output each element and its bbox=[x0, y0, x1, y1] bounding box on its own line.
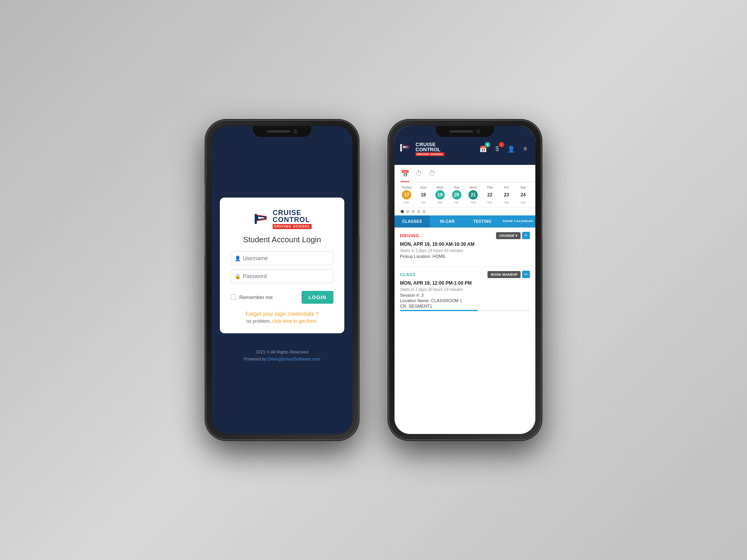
change-button[interactable]: CHANGE ▾ bbox=[496, 232, 521, 239]
cal-day-sun[interactable]: Sun 18 Apr bbox=[415, 186, 432, 204]
edit-button-driving[interactable]: ✏ bbox=[522, 232, 530, 239]
cal-day-today[interactable]: Today 17 Apr bbox=[398, 186, 415, 204]
alert-badge[interactable]: $ ! bbox=[492, 144, 503, 154]
cal-day-num-20: 20 bbox=[452, 190, 461, 200]
tab-classes[interactable]: CLASSES bbox=[395, 215, 430, 228]
cal-day-sat[interactable]: Sat 24 Apr bbox=[515, 186, 531, 204]
cal-month-22: Apr bbox=[487, 200, 493, 204]
cal-day-name-sun: Sun bbox=[420, 186, 427, 189]
cal-month-23: Apr bbox=[504, 200, 509, 204]
forgot-link[interactable]: click here to get them. bbox=[272, 318, 318, 324]
location-detail: Location Name: CLASSROOM 1 bbox=[400, 298, 530, 303]
dot-1 bbox=[401, 210, 404, 213]
session-value: 3 bbox=[421, 293, 423, 298]
app-logo-text: CRUISE CONTROL DRIVING SCHOOL bbox=[416, 142, 444, 156]
session-label: Session #: bbox=[400, 293, 420, 298]
username-input[interactable] bbox=[231, 251, 333, 265]
cal-month-17: Apr bbox=[404, 200, 409, 204]
cal-day-name-thu: Thu bbox=[487, 186, 493, 189]
calendar-week: Today 17 Apr Sun 18 Apr Mon 19 Apr bbox=[395, 182, 535, 208]
camera bbox=[293, 130, 297, 133]
class-event-subtitle: Starts in 1 days 20 hours 53 minutes bbox=[400, 287, 530, 292]
logo-text: CRUISE CONTROL DRIVING SCHOOL bbox=[273, 209, 312, 229]
cal-day-name-fri: Fri bbox=[504, 186, 509, 189]
alert-badge-count: ! bbox=[499, 142, 504, 147]
driving-event-subtitle: Starts in 1 days 18 hours 53 minutes bbox=[400, 248, 530, 253]
cal-month-20: Apr bbox=[454, 200, 459, 204]
cal-day-thu[interactable]: Thu 22 Apr bbox=[482, 186, 498, 204]
class-event-title: MON, APR 19, 12:00 PM-1:00 PM bbox=[400, 280, 530, 286]
scroll-indicator bbox=[400, 310, 530, 311]
nav-tabs: CLASSES IN-CAR TESTING SHOW CALENDAR bbox=[395, 215, 535, 228]
menu-icon: ≡ bbox=[523, 145, 527, 152]
cr-value: SEGMENT1 bbox=[409, 304, 432, 308]
app-body: 📅 ⏱ ⏱ Today 17 Apr Sun 18 bbox=[395, 165, 535, 434]
login-title: Student Account Login bbox=[243, 235, 321, 244]
phone-shell-left: CRUISE CONTROL DRIVING SCHOOL Student Ac… bbox=[206, 121, 358, 439]
driving-pickup-detail: Pickup Location: HOME bbox=[400, 254, 530, 259]
dot-5 bbox=[423, 210, 426, 213]
remember-checkbox[interactable] bbox=[231, 294, 236, 300]
cal-day-tue[interactable]: Tue 20 Apr bbox=[448, 186, 465, 204]
menu-badge[interactable]: ≡ bbox=[520, 144, 531, 154]
user-icon: 👤 bbox=[235, 255, 241, 261]
tab-timer2[interactable]: ⏱ bbox=[429, 170, 436, 182]
cal-day-num-17: 17 bbox=[402, 190, 411, 200]
calendar-dots bbox=[395, 208, 535, 215]
cal-day-name-wed: Wed bbox=[470, 186, 477, 189]
volume-buttons-right bbox=[388, 183, 389, 206]
logo-flag-icon bbox=[253, 210, 270, 228]
login-footer: 2021 © All Rights Reserved Powered by Dr… bbox=[244, 349, 320, 362]
content-area: DRIVING CHANGE ▾ ✏ MON, APR 19, 10:00 AM… bbox=[395, 228, 535, 434]
cal-day-num-24: 24 bbox=[519, 190, 528, 200]
login-logo: CRUISE CONTROL DRIVING SCHOOL bbox=[253, 209, 312, 229]
book-makeup-button[interactable]: BOOK MAKEUP bbox=[487, 271, 521, 278]
login-button[interactable]: LOGIN bbox=[302, 291, 333, 304]
login-screen: CRUISE CONTROL DRIVING SCHOOL Student Ac… bbox=[212, 126, 352, 434]
footer-powered-link[interactable]: DrivingSchoolSoftware.com bbox=[268, 357, 320, 361]
camera-right bbox=[476, 130, 480, 133]
cr-detail: CR: SEGMENT1 bbox=[400, 304, 530, 308]
cal-day-num-18: 18 bbox=[419, 190, 428, 200]
forgot-title: Forgot your login credentials ? bbox=[245, 311, 319, 317]
footer-powered-prefix: Powered by bbox=[244, 357, 268, 361]
cal-day-num-23: 23 bbox=[502, 190, 511, 200]
cal-month-21: Apr bbox=[470, 200, 476, 204]
app-logo-flag bbox=[399, 142, 413, 156]
tab-show-calendar[interactable]: SHOW CALENDAR bbox=[500, 215, 536, 228]
dot-3 bbox=[412, 210, 415, 213]
app-header-icons: 📅 5 $ ! 👤 ≡ bbox=[478, 144, 531, 154]
speaker-right bbox=[450, 130, 473, 133]
password-input[interactable] bbox=[231, 269, 333, 283]
edit-button-class[interactable]: ✏ bbox=[522, 271, 530, 278]
cal-day-wed[interactable]: Wed 21 Apr bbox=[465, 186, 482, 204]
cr-label: CR: bbox=[400, 304, 407, 308]
logo-control: CONTROL bbox=[273, 216, 312, 223]
pickup-label: Pickup Location: bbox=[400, 254, 431, 259]
dot-2 bbox=[406, 210, 409, 213]
cal-day-mon[interactable]: Mon 19 Apr bbox=[432, 186, 449, 204]
cal-month-18: Apr bbox=[421, 200, 426, 204]
footer-copyright: 2021 © All Rights Reserved bbox=[244, 349, 320, 356]
phone-notch-right bbox=[436, 126, 494, 137]
phone-shell-right: CRUISE CONTROL DRIVING SCHOOL 📅 5 $ ! bbox=[389, 121, 541, 439]
driving-event-actions: CHANGE ▾ ✏ bbox=[496, 232, 530, 239]
tab-calendar[interactable]: 📅 bbox=[401, 170, 409, 182]
cal-day-name-mon: Mon bbox=[437, 186, 444, 189]
power-button bbox=[358, 198, 359, 237]
svg-rect-3 bbox=[400, 144, 402, 151]
user-badge[interactable]: 👤 bbox=[506, 144, 517, 154]
driving-event-card: DRIVING CHANGE ▾ ✏ MON, APR 19, 10:00 AM… bbox=[395, 228, 535, 263]
calendar-tabs: 📅 ⏱ ⏱ bbox=[395, 165, 535, 182]
tab-timer1[interactable]: ⏱ bbox=[416, 170, 423, 182]
app-driving: DRIVING SCHOOL bbox=[416, 152, 444, 156]
cal-day-fri[interactable]: Fri 23 Apr bbox=[498, 186, 515, 204]
login-card: CRUISE CONTROL DRIVING SCHOOL Student Ac… bbox=[220, 198, 344, 333]
class-event-type: CLASS bbox=[400, 272, 416, 277]
tab-testing[interactable]: TESTING bbox=[465, 215, 500, 228]
user-icon-header: 👤 bbox=[507, 145, 515, 153]
cal-month-24: Apr bbox=[521, 200, 526, 204]
calendar-badge[interactable]: 📅 5 bbox=[478, 144, 489, 154]
tab-incar[interactable]: IN-CAR bbox=[430, 215, 465, 228]
forgot-sub-prefix: no problem, bbox=[246, 318, 272, 324]
